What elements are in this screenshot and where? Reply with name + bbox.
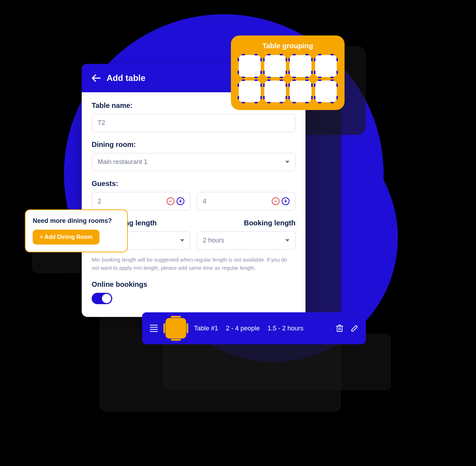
table-tile[interactable] xyxy=(315,55,337,77)
edit-icon[interactable] xyxy=(351,325,358,332)
booking-length-label: Booking length xyxy=(197,219,296,227)
online-bookings-label: Online bookings xyxy=(92,280,296,289)
table-grouping-title: Table grouping xyxy=(239,42,337,50)
table-grouping-grid xyxy=(239,55,337,102)
booking-length-select[interactable]: 2 hours xyxy=(197,231,296,250)
dining-room-value: Main restaurant 1 xyxy=(98,158,147,166)
chevron-down-icon xyxy=(285,161,290,163)
add-dining-room-button[interactable]: + Add Dining Room xyxy=(33,230,99,245)
booking-helper-text: Min booking length will be suggested whe… xyxy=(92,256,296,272)
chevron-down-icon xyxy=(285,239,290,242)
table-icon xyxy=(166,318,186,339)
dining-room-select[interactable]: Main restaurant 1 xyxy=(92,153,296,171)
delete-icon[interactable] xyxy=(336,324,343,332)
summary-duration: 1.5 - 2 hours xyxy=(267,325,303,332)
table-tile[interactable] xyxy=(264,81,286,103)
guests-max-stepper: 4 − + xyxy=(197,192,296,210)
minus-icon[interactable]: − xyxy=(167,197,174,205)
online-bookings-toggle[interactable] xyxy=(92,293,112,304)
panel-title: Add table xyxy=(107,73,145,83)
table-tile[interactable] xyxy=(239,81,261,103)
table-tile[interactable] xyxy=(315,81,337,103)
table-tile[interactable] xyxy=(239,55,261,77)
guests-min-value: 2 xyxy=(98,198,101,205)
summary-table-name: Table #1 xyxy=(194,325,218,332)
table-tile[interactable] xyxy=(290,55,312,77)
table-name-input[interactable] xyxy=(92,114,296,132)
booking-length-value: 2 hours xyxy=(203,237,224,244)
guests-max-value: 4 xyxy=(203,198,206,205)
need-more-rooms-card: Need more dining rooms? + Add Dining Roo… xyxy=(25,209,128,252)
drag-handle-icon[interactable] xyxy=(150,325,158,332)
table-summary-bar: Table #1 2 - 4 people 1.5 - 2 hours xyxy=(142,312,366,344)
table-tile[interactable] xyxy=(264,55,286,77)
summary-people: 2 - 4 people xyxy=(226,325,260,332)
guests-min-stepper: 2 − + xyxy=(92,192,190,210)
minus-icon[interactable]: − xyxy=(272,197,280,205)
plus-icon[interactable]: + xyxy=(177,197,184,205)
plus-icon[interactable]: + xyxy=(282,197,290,205)
chevron-down-icon xyxy=(180,239,184,242)
guests-label: Guests: xyxy=(92,180,296,188)
table-tile[interactable] xyxy=(290,81,312,103)
table-grouping-card: Table grouping xyxy=(231,35,345,110)
back-arrow-icon[interactable] xyxy=(92,74,101,82)
dining-room-label: Dining room: xyxy=(92,141,296,149)
need-more-rooms-title: Need more dining rooms? xyxy=(33,217,120,225)
